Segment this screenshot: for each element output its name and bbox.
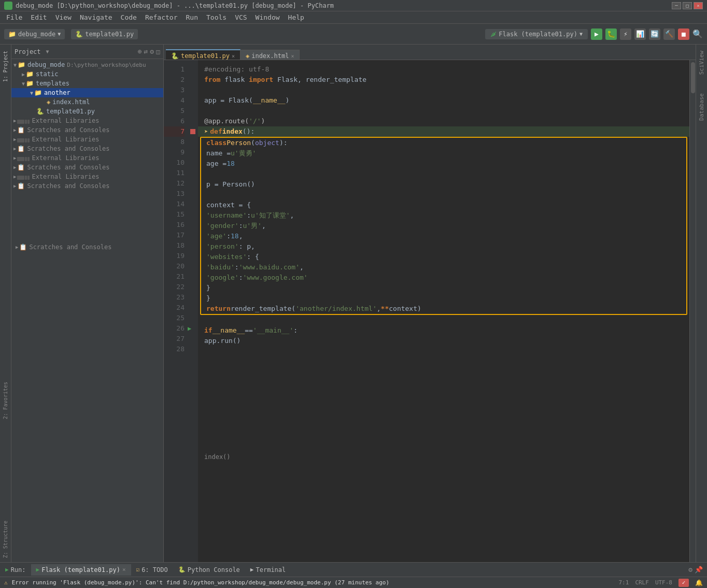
- run-config-label: Flask (template01.py): [499, 31, 577, 38]
- tree-ext-lib-3[interactable]: ▶ External Libraries: [11, 153, 163, 163]
- tree-template01-py[interactable]: 🐍 template01.py: [11, 107, 163, 116]
- tree-scratches-2[interactable]: ▶ 📋 Scratches and Consoles: [11, 144, 163, 153]
- close-button[interactable]: ×: [694, 2, 703, 9]
- line-num-5: 5: [164, 106, 185, 116]
- build-button[interactable]: 🔨: [663, 28, 675, 40]
- bottom-settings-icon[interactable]: ⚙: [688, 566, 692, 573]
- right-tab-database[interactable]: Database: [697, 89, 706, 125]
- tab-favorites[interactable]: 2: Favorites: [1, 378, 10, 423]
- menu-vcs[interactable]: VCS: [231, 12, 251, 22]
- paren-close: ):: [279, 138, 288, 148]
- minimize-button[interactable]: ─: [672, 2, 681, 9]
- tree-root[interactable]: ▼ 📁 debug_mode D:\python_workshop\debu: [11, 60, 163, 69]
- menu-refactor[interactable]: Refactor: [141, 12, 182, 22]
- run-config-chevron: ▼: [579, 31, 583, 37]
- tree-ext-lib-4[interactable]: ▶ External Libraries: [11, 172, 163, 181]
- sidebar-add-icon[interactable]: ⊕: [138, 48, 142, 55]
- sidebar-collapse-icon[interactable]: ◫: [156, 48, 160, 55]
- tree-static[interactable]: ▶ 📁 static: [11, 69, 163, 79]
- menu-navigate[interactable]: Navigate: [76, 12, 117, 22]
- tab-structure[interactable]: Z: Structure: [1, 517, 10, 562]
- tab-template01-close[interactable]: ×: [232, 53, 235, 59]
- gutter-13: [188, 189, 198, 199]
- tab-index-close[interactable]: ×: [291, 53, 294, 59]
- tree-index-html[interactable]: ◈ index.html: [11, 97, 163, 107]
- titlebar-controls: ─ □ ×: [672, 2, 703, 9]
- bottom-tab-flask[interactable]: ▶ Flask (template01.py) ×: [31, 564, 131, 576]
- tree-scratches-3[interactable]: ▶ 📋 Scratches and Consoles: [11, 163, 163, 172]
- code-lines[interactable]: #encoding: utf-8 from flask import Flask…: [198, 60, 689, 562]
- plain-close-brace-22: }: [206, 283, 210, 293]
- code-line-28: [198, 346, 689, 356]
- line-num-22: 22: [164, 282, 185, 292]
- todo-tab-label: 6: TODO: [142, 566, 168, 573]
- file-tab[interactable]: 🐍 template01.py: [71, 29, 138, 39]
- run-config-dropdown[interactable]: 🌶 Flask (template01.py) ▼: [485, 29, 588, 39]
- debug-box: class Person(object): name = u'黄勇' age =…: [200, 137, 687, 315]
- menu-code[interactable]: Code: [117, 12, 141, 22]
- reload-button[interactable]: 🔄: [649, 28, 660, 40]
- scratches-4-icon: 📋: [17, 182, 25, 190]
- bottom-tab-todo[interactable]: ☑ 6: TODO: [131, 564, 173, 576]
- maximize-button[interactable]: □: [683, 2, 692, 9]
- tree-another[interactable]: ▼ 📁 another: [11, 88, 163, 97]
- file-icon: 🐍: [75, 31, 83, 38]
- search-everywhere-button[interactable]: 🔍: [692, 29, 703, 39]
- scrollbar-right[interactable]: [689, 60, 696, 562]
- flask-tab-run-icon: ▶: [36, 566, 40, 573]
- tab-html-icon: ◈: [246, 52, 249, 60]
- sidebar-sync-icon[interactable]: ⇄: [144, 48, 148, 55]
- ext-lib-1-chevron: ▶: [13, 118, 16, 123]
- menu-tools[interactable]: Tools: [202, 12, 231, 22]
- tab-index-html[interactable]: ◈ index.html ×: [241, 50, 300, 60]
- line-num-26: 26: [164, 323, 185, 334]
- menu-window[interactable]: Window: [251, 12, 284, 22]
- titlebar: debug_mode [D:\python_workshop\debug_mod…: [0, 0, 707, 11]
- bottom-tab-python-console[interactable]: 🐍 Python Console: [173, 564, 245, 576]
- status-warning-icon: ⚠: [4, 579, 8, 586]
- tab-template01-py[interactable]: 🐍 template01.py ×: [166, 49, 241, 60]
- menu-help[interactable]: Help: [284, 12, 308, 22]
- plain-flask: flask: [224, 76, 249, 83]
- gutter-9: [188, 147, 198, 157]
- tree-scratches-standalone[interactable]: ▶ 📋 Scratches and Consoles: [11, 242, 163, 252]
- tree-ext-lib-2[interactable]: ▶ External Libraries: [11, 135, 163, 144]
- tree-scratches-1[interactable]: ▶ 📋 Scratches and Consoles: [11, 125, 163, 135]
- templates-folder-icon: 📁: [26, 80, 34, 87]
- menu-view[interactable]: View: [51, 12, 76, 22]
- bottom-tab-run[interactable]: ▶ Run:: [0, 564, 31, 576]
- profile-button[interactable]: 📊: [634, 28, 646, 40]
- coverage-button[interactable]: ⚡: [620, 28, 631, 40]
- menu-file[interactable]: File: [2, 12, 26, 22]
- tree-scratches-4[interactable]: ▶ 📋 Scratches and Consoles: [11, 181, 163, 191]
- colon-19: : {: [247, 252, 259, 262]
- sidebar-header: Project ▼ ⊕ ⇄ ⚙ ◫: [11, 45, 163, 59]
- sidebar-settings-icon[interactable]: ⚙: [150, 48, 154, 55]
- line-num-20: 20: [164, 261, 185, 271]
- editor-area: 🐍 template01.py × ◈ index.html × 1 2 3 4…: [164, 45, 696, 562]
- scroll-thumb[interactable]: [691, 62, 695, 93]
- scratches-standalone-icon: 📋: [19, 243, 27, 251]
- fn-paren: ():: [243, 126, 254, 137]
- code-line-24: return render_template('another/index.ht…: [201, 304, 686, 314]
- tree-templates[interactable]: ▼ 📁 templates: [11, 79, 163, 88]
- right-tab-sciview[interactable]: SciView: [697, 47, 706, 79]
- flask-tab-close[interactable]: ×: [122, 566, 126, 573]
- code-line-5: [198, 106, 689, 116]
- scratches-4-chevron: ▶: [13, 183, 16, 189]
- tab-project[interactable]: 1: Project: [1, 47, 10, 86]
- kw-if: if: [204, 325, 213, 336]
- debug-button[interactable]: 🐛: [605, 28, 617, 40]
- project-tab[interactable]: 📁 debug_mode ▼: [4, 29, 65, 39]
- menu-edit[interactable]: Edit: [26, 12, 51, 22]
- status-notification-icon[interactable]: 🔔: [695, 579, 703, 586]
- tree-ext-lib-1[interactable]: ▶ External Libraries: [11, 116, 163, 125]
- gutter-23: [188, 292, 198, 303]
- bottom-pin-icon[interactable]: 📌: [695, 566, 703, 573]
- gutter-22: [188, 282, 198, 292]
- run-button[interactable]: ▶: [591, 28, 602, 40]
- bottom-tab-terminal[interactable]: ▶ Terminal: [245, 564, 291, 576]
- menu-run[interactable]: Run: [182, 12, 202, 22]
- stop-button[interactable]: ■: [678, 28, 689, 40]
- gutter-4: [188, 95, 198, 106]
